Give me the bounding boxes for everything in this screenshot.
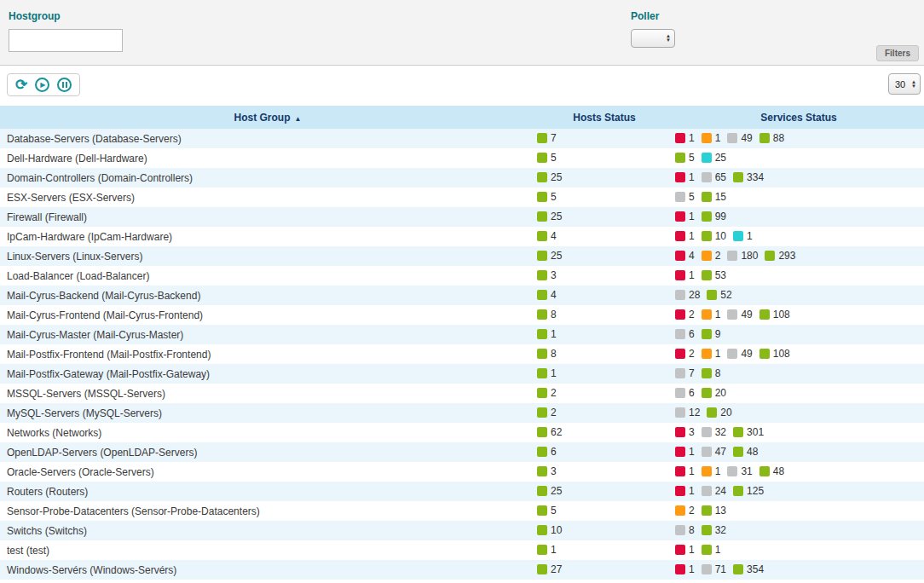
status-badge-green[interactable]: 8 [537, 309, 557, 320]
hostgroup-name[interactable]: Windows-Servérs (Windows-Servérs) [7, 564, 176, 576]
status-badge-green[interactable]: 293 [765, 250, 795, 262]
table-row[interactable]: Mail-Postfix-Gateway (Mail-Postfix-Gatew… [0, 364, 924, 384]
hostgroup-name[interactable]: Load-Balancer (Load-Balancer) [7, 270, 149, 282]
table-row[interactable]: Linux-Servers (Linux-Servers) 25 4218029… [0, 246, 924, 266]
status-badge-green[interactable]: 1 [702, 544, 721, 556]
status-badge-gray[interactable]: 6 [675, 387, 695, 399]
hostgroup-name[interactable]: Oracle-Servers (Oracle-Servers) [7, 466, 154, 478]
status-badge-green[interactable]: 2 [537, 407, 557, 418]
status-badge-gray[interactable]: 31 [727, 465, 752, 477]
status-badge-gray[interactable]: 6 [675, 328, 695, 340]
hostgroup-name[interactable]: Mail-Postfix-Gateway (Mail-Postfix-Gatew… [7, 368, 210, 380]
table-row[interactable]: test (test) 1 11 [0, 540, 924, 560]
hostgroup-name[interactable]: Routers (Routers) [7, 486, 88, 498]
refresh-icon[interactable]: ⟳ [15, 78, 27, 92]
status-badge-green[interactable]: 4 [537, 289, 557, 301]
status-badge-green[interactable]: 1 [537, 328, 557, 340]
table-row[interactable]: Networks (Networks) 62 332301 [0, 423, 924, 442]
table-row[interactable]: Firewall (Firewall) 25 199 [0, 207, 924, 227]
status-badge-red[interactable]: 1 [675, 465, 695, 477]
status-badge-gray[interactable]: 8 [675, 524, 695, 536]
status-badge-red[interactable]: 1 [675, 269, 695, 281]
status-badge-green[interactable]: 3 [537, 465, 557, 477]
status-badge-green[interactable]: 10 [702, 230, 726, 242]
status-badge-green[interactable]: 1 [537, 367, 557, 379]
status-badge-gray[interactable]: 32 [702, 426, 726, 438]
status-badge-green[interactable]: 20 [707, 407, 731, 418]
status-badge-green[interactable]: 99 [702, 211, 726, 222]
hostgroup-name[interactable]: IpCam-Hardware (IpCam-Hardware) [7, 231, 172, 243]
hostgroup-name[interactable]: test (test) [7, 545, 49, 557]
status-badge-orange[interactable]: 1 [702, 309, 721, 320]
header-host-group[interactable]: Host Group▲ [0, 106, 535, 129]
status-badge-gray[interactable]: 5 [675, 191, 695, 203]
table-row[interactable]: IpCam-Hardware (IpCam-Hardware) 4 1101 [0, 227, 924, 246]
hostgroup-name[interactable]: ESX-Servers (ESX-Servers) [7, 192, 135, 204]
status-badge-green[interactable]: 5 [675, 152, 695, 164]
table-row[interactable]: Routers (Routers) 25 124125 [0, 482, 924, 501]
table-row[interactable]: Mail-Postfix-Frontend (Mail-Postfix-Fron… [0, 344, 924, 364]
status-badge-green[interactable]: 25 [537, 485, 562, 497]
status-badge-gray[interactable]: 71 [702, 563, 726, 575]
table-row[interactable]: Mail-Cyrus-Master (Mail-Cyrus-Master) 1 … [0, 325, 924, 344]
hostgroup-name[interactable]: Switchs (Switchs) [7, 525, 87, 537]
status-badge-green[interactable]: 32 [702, 524, 726, 536]
status-badge-green[interactable]: 20 [702, 387, 726, 399]
page-size-select[interactable]: 30 ▲▼ [888, 73, 921, 95]
table-row[interactable]: Mail-Cyrus-Backend (Mail-Cyrus-Backend) … [0, 286, 924, 305]
status-badge-green[interactable]: 27 [537, 563, 562, 575]
status-badge-gray[interactable]: 49 [727, 132, 752, 144]
status-badge-gray[interactable]: 24 [702, 485, 726, 497]
status-badge-green[interactable]: 5 [537, 152, 557, 164]
status-badge-green[interactable]: 88 [759, 132, 784, 144]
status-badge-green[interactable]: 10 [537, 524, 562, 536]
status-badge-green[interactable]: 4 [537, 230, 557, 242]
status-badge-red[interactable]: 2 [675, 348, 695, 360]
status-badge-orange[interactable]: 2 [702, 250, 721, 262]
pause-icon[interactable] [57, 78, 72, 92]
table-row[interactable]: Database-Servers (Database-Servers) 7 11… [0, 129, 924, 148]
hostgroup-input[interactable] [9, 29, 123, 52]
status-badge-green[interactable]: 8 [702, 367, 721, 379]
status-badge-gray[interactable]: 12 [675, 407, 700, 418]
status-badge-red[interactable]: 2 [675, 309, 695, 320]
play-icon[interactable]: ▶ [35, 78, 49, 92]
table-row[interactable]: Mail-Cyrus-Frontend (Mail-Cyrus-Frontend… [0, 305, 924, 325]
status-badge-gray[interactable]: 7 [675, 367, 695, 379]
status-badge-red[interactable]: 1 [675, 485, 695, 497]
hostgroup-name[interactable]: Networks (Networks) [7, 427, 101, 439]
status-badge-orange[interactable]: 1 [702, 465, 721, 477]
status-badge-gray[interactable]: 47 [702, 446, 726, 458]
status-badge-green[interactable]: 3 [537, 269, 557, 281]
status-badge-gray[interactable]: 65 [702, 171, 726, 183]
header-services-status[interactable]: Services Status [673, 106, 924, 129]
status-badge-gray[interactable]: 28 [675, 289, 700, 301]
status-badge-green[interactable]: 25 [537, 171, 562, 183]
hostgroup-name[interactable]: MSSQL-Servers (MSSQL-Servers) [7, 388, 165, 400]
status-badge-red[interactable]: 1 [675, 230, 695, 242]
table-row[interactable]: Windows-Servérs (Windows-Servérs) 27 171… [0, 560, 924, 580]
status-badge-green[interactable]: 48 [759, 465, 784, 477]
table-row[interactable]: OpenLDAP-Servers (OpenLDAP-Servers) 6 14… [0, 442, 924, 462]
status-badge-cyan[interactable]: 25 [702, 152, 726, 164]
status-badge-green[interactable]: 108 [759, 348, 790, 360]
status-badge-orange[interactable]: 2 [675, 505, 695, 517]
status-badge-green[interactable]: 354 [733, 563, 764, 575]
status-badge-green[interactable]: 13 [702, 505, 726, 517]
hostgroup-name[interactable]: OpenLDAP-Servers (OpenLDAP-Servers) [7, 447, 197, 459]
status-badge-green[interactable]: 25 [537, 211, 562, 222]
hostgroup-name[interactable]: Domain-Controllers (Domain-Controllers) [7, 172, 193, 184]
table-row[interactable]: MSSQL-Servers (MSSQL-Servers) 2 620 [0, 384, 924, 403]
hostgroup-name[interactable]: Mail-Postfix-Frontend (Mail-Postfix-Fron… [7, 349, 211, 361]
status-badge-green[interactable]: 53 [702, 269, 726, 281]
status-badge-green[interactable]: 108 [759, 309, 790, 320]
filters-button[interactable]: Filters [876, 45, 919, 61]
status-badge-green[interactable]: 1 [537, 544, 557, 556]
hostgroup-name[interactable]: Mail-Cyrus-Master (Mail-Cyrus-Master) [7, 329, 183, 341]
table-row[interactable]: ESX-Servers (ESX-Servers) 5 515 [0, 188, 924, 207]
table-row[interactable]: Domain-Controllers (Domain-Controllers) … [0, 168, 924, 188]
status-badge-red[interactable]: 1 [675, 446, 695, 458]
table-row[interactable]: Dell-Hardware (Dell-Hardware) 5 525 [0, 148, 924, 168]
status-badge-green[interactable]: 62 [537, 426, 562, 438]
status-badge-gray[interactable]: 49 [727, 309, 752, 320]
